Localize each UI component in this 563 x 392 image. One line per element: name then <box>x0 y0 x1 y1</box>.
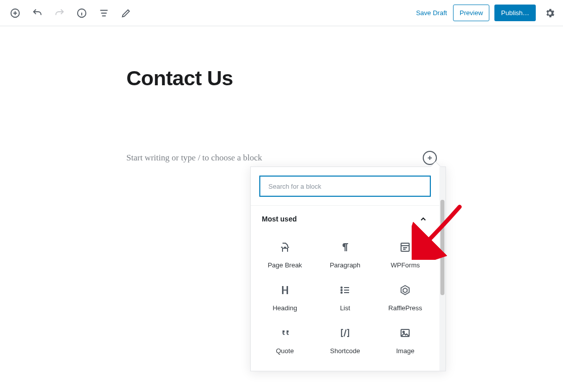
inserter-section-title: Most used <box>262 215 297 223</box>
paragraph-icon <box>338 240 352 254</box>
block-page-break[interactable]: Page Break <box>255 233 315 276</box>
quote-icon <box>278 326 292 340</box>
block-wpforms[interactable]: WPForms <box>375 233 435 276</box>
block-quote[interactable]: Quote <box>255 319 315 362</box>
info-icon[interactable] <box>73 4 91 22</box>
wpforms-icon <box>398 240 412 254</box>
block-list[interactable]: List <box>315 276 375 319</box>
search-input[interactable] <box>260 176 430 196</box>
editor-toolbar: Save Draft Preview Publish… <box>0 0 563 26</box>
block-rafflepress[interactable]: RafflePress <box>375 276 435 319</box>
settings-gear-icon[interactable] <box>541 4 559 22</box>
shortcode-icon <box>338 326 352 340</box>
preview-button[interactable]: Preview <box>453 5 489 21</box>
block-inserter-popover: Most used Page Break Paragraph <box>250 166 446 371</box>
block-shortcode[interactable]: Shortcode <box>315 319 375 362</box>
block-paragraph[interactable]: Paragraph <box>315 233 375 276</box>
block-placeholder-row: Start writing or type / to choose a bloc… <box>127 151 437 165</box>
rafflepress-icon <box>398 283 412 297</box>
content-column: Contact Us Start writing or type / to ch… <box>127 67 437 165</box>
undo-icon[interactable] <box>28 4 46 22</box>
heading-icon <box>278 283 292 297</box>
chevron-up-icon <box>418 214 428 224</box>
redo-icon[interactable] <box>50 4 69 22</box>
block-heading[interactable]: Heading <box>255 276 315 319</box>
scrollbar-thumb[interactable] <box>440 200 444 295</box>
toolbar-right: Save Draft Preview Publish… <box>410 4 559 22</box>
inserter-scrollbar[interactable] <box>439 167 445 371</box>
add-block-icon[interactable] <box>6 4 24 22</box>
svg-point-4 <box>341 290 342 291</box>
svg-point-7 <box>403 331 405 333</box>
page-title[interactable]: Contact Us <box>127 67 437 90</box>
edit-icon[interactable] <box>117 4 135 22</box>
inserter-section-header[interactable]: Most used <box>251 205 439 229</box>
editor-canvas: Contact Us Start writing or type / to ch… <box>0 26 563 165</box>
block-grid: Page Break Paragraph WPForms <box>251 229 439 371</box>
image-icon <box>398 326 412 340</box>
save-draft-button[interactable]: Save Draft <box>410 5 453 21</box>
svg-point-3 <box>341 287 342 288</box>
publish-button[interactable]: Publish… <box>494 5 536 21</box>
block-image[interactable]: Image <box>375 319 435 362</box>
list-icon <box>338 283 352 297</box>
svg-point-5 <box>341 292 342 293</box>
block-placeholder-text[interactable]: Start writing or type / to choose a bloc… <box>127 153 262 163</box>
page-break-icon <box>278 240 292 254</box>
inserter-search-wrap <box>251 167 439 205</box>
outline-icon[interactable] <box>95 4 113 22</box>
toolbar-left <box>4 4 135 22</box>
